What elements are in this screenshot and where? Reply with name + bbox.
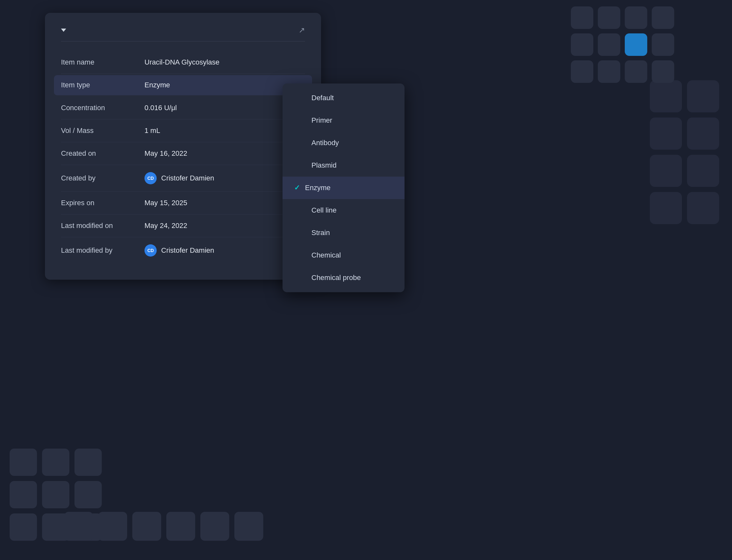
dropdown-item-label: Cell line: [311, 206, 336, 214]
field-label: Last modified by: [61, 246, 144, 255]
user-field: CDCristofer Damien: [144, 172, 214, 184]
field-value: CDCristofer Damien: [144, 172, 214, 184]
dropdown-item-label: Plasmid: [311, 161, 336, 170]
check-icon: ✓: [294, 184, 300, 192]
deco-square: [571, 60, 593, 83]
dropdown-item-antibody[interactable]: Antibody: [283, 132, 405, 154]
deco-square: [132, 512, 161, 541]
user-name: Cristofer Damien: [161, 246, 214, 255]
dropdown-item-chemical-probe[interactable]: Chemical probe: [283, 267, 405, 289]
deco-square: [652, 60, 674, 83]
deco-square: [10, 481, 37, 508]
deco-square: [650, 118, 682, 150]
field-label: Vol / Mass: [61, 127, 144, 135]
user-name: Cristofer Damien: [161, 174, 214, 182]
dropdown-item-plasmid[interactable]: Plasmid: [283, 154, 405, 177]
avatar: CD: [144, 172, 157, 184]
field-label: Created on: [61, 149, 144, 158]
dropdown-item-cell-line[interactable]: Cell line: [283, 199, 405, 222]
deco-square: [42, 449, 69, 476]
info-rows-container: Item nameUracil-DNA GlycosylaseItem type…: [61, 51, 305, 264]
field-value: May 15, 2025: [144, 199, 187, 207]
dropdown-item-strain[interactable]: Strain: [283, 222, 405, 244]
dropdown-items-container: DefaultPrimerAntibodyPlasmid✓EnzymeCell …: [283, 87, 405, 289]
deco-square: [10, 449, 37, 476]
deco-square: [10, 513, 37, 541]
deco-square: [42, 481, 69, 508]
bottom-center-decoration: [64, 512, 263, 541]
deco-square: [571, 33, 593, 56]
deco-square: [687, 192, 719, 224]
field-label: Created by: [61, 174, 144, 182]
field-label: Concentration: [61, 104, 144, 112]
deco-square: [650, 80, 682, 112]
dropdown-item-label: Enzyme: [305, 184, 330, 192]
field-text-value: May 16, 2022: [144, 149, 187, 157]
item-type-dropdown[interactable]: DefaultPrimerAntibodyPlasmid✓EnzymeCell …: [283, 83, 405, 292]
deco-square: [687, 118, 719, 150]
field-text-value: May 24, 2022: [144, 222, 187, 230]
dropdown-item-label: Default: [311, 94, 334, 102]
field-label: Expires on: [61, 199, 144, 207]
top-right-decoration: [571, 6, 674, 83]
deco-square: [625, 6, 647, 29]
panel-header-left: [61, 29, 71, 32]
general-information-panel: ↗ Item nameUracil-DNA GlycosylaseItem ty…: [45, 13, 321, 280]
deco-square: [74, 449, 102, 476]
field-value: Uracil-DNA Glycosylase: [144, 58, 220, 66]
field-label: Item type: [61, 81, 144, 89]
dropdown-item-label: Primer: [311, 116, 332, 125]
deco-square: [652, 6, 674, 29]
info-row-last-modified-by: Last modified byCDCristofer Damien: [61, 237, 305, 264]
deco-square: [98, 512, 127, 541]
deco-square: [650, 155, 682, 187]
avatar: CD: [144, 244, 157, 257]
dropdown-item-default[interactable]: Default: [283, 87, 405, 109]
edit-icon[interactable]: ↗: [299, 26, 305, 35]
field-label: Last modified on: [61, 222, 144, 230]
field-value: May 24, 2022: [144, 222, 187, 230]
info-row-concentration: Concentration0.016 U/μl: [61, 97, 305, 119]
deco-square: [687, 155, 719, 187]
info-row-vol-/-mass: Vol / Mass1 mL: [61, 119, 305, 142]
user-field: CDCristofer Damien: [144, 244, 214, 257]
deco-square: [234, 512, 263, 541]
info-row-item-name: Item nameUracil-DNA Glycosylase: [61, 51, 305, 74]
dropdown-item-primer[interactable]: Primer: [283, 109, 405, 132]
field-value: Enzyme: [144, 81, 170, 89]
deco-square: [598, 60, 620, 83]
field-text-value: 1 mL: [144, 127, 160, 135]
deco-square: [166, 512, 195, 541]
field-value: 0.016 U/μl: [144, 104, 177, 112]
dropdown-item-label: Chemical probe: [311, 274, 361, 282]
deco-square: [571, 6, 593, 29]
field-value: CDCristofer Damien: [144, 244, 214, 257]
field-value: 1 mL: [144, 127, 160, 135]
deco-square: [598, 33, 620, 56]
info-row-created-on: Created onMay 16, 2022: [61, 142, 305, 165]
dropdown-item-enzyme[interactable]: ✓Enzyme: [283, 177, 405, 199]
info-row-expires-on: Expires onMay 15, 2025: [61, 192, 305, 214]
deco-square: [200, 512, 229, 541]
dropdown-item-label: Chemical: [311, 251, 341, 259]
field-text-value: May 15, 2025: [144, 199, 187, 207]
field-text-value: Enzyme: [144, 81, 170, 89]
right-decoration: [650, 80, 719, 224]
field-value: May 16, 2022: [144, 149, 187, 158]
chevron-down-icon[interactable]: [61, 29, 66, 32]
dropdown-item-label: Antibody: [311, 139, 339, 147]
dropdown-item-chemical[interactable]: Chemical: [283, 244, 405, 267]
info-row-item-type[interactable]: Item typeEnzyme: [54, 75, 312, 95]
field-text-value: Uracil-DNA Glycosylase: [144, 58, 220, 66]
deco-square: [652, 33, 674, 56]
field-text-value: 0.016 U/μl: [144, 104, 177, 112]
deco-square: [64, 512, 93, 541]
deco-square: [74, 481, 102, 508]
info-row-last-modified-on: Last modified onMay 24, 2022: [61, 214, 305, 237]
deco-square-blue: [625, 33, 647, 56]
dropdown-item-label: Strain: [311, 229, 330, 237]
deco-square: [625, 60, 647, 83]
field-label: Item name: [61, 58, 144, 66]
info-row-created-by: Created byCDCristofer Damien: [61, 165, 305, 192]
deco-square: [687, 80, 719, 112]
